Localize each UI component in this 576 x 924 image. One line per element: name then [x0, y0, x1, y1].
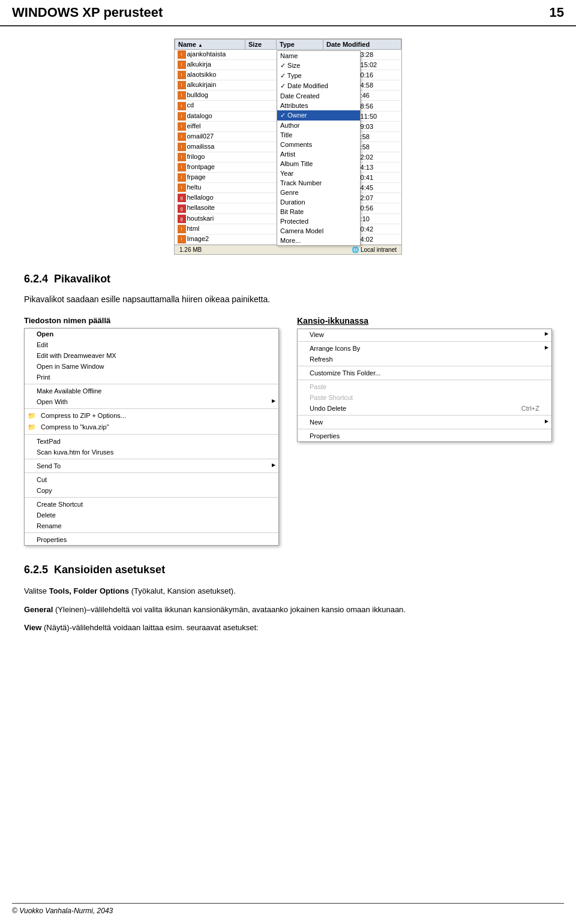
kansio-sep-5 — [298, 429, 551, 429]
menu-item-rename[interactable]: Rename — [25, 520, 278, 531]
menu-item-edit-dreamweaver[interactable]: Edit with Dreamweaver MX — [25, 350, 278, 361]
menu-item-compress-kuva[interactable]: 📁Compress to "kuva.zip" — [25, 422, 278, 433]
menu-item-compress-zip[interactable]: 📁Compress to ZIP + Options... — [25, 410, 278, 422]
kansio-sep-1 — [298, 341, 551, 342]
kansio-col-label: Kansio-ikkunassa — [297, 316, 552, 326]
menu-item-create-shortcut[interactable]: Create Shortcut — [25, 499, 278, 510]
section-624-title: 6.2.4 Pikavalikot — [24, 273, 552, 285]
menu-item-cut[interactable]: Cut — [25, 474, 278, 485]
status-bar: 1.26 MB 🌐 Local intranet — [175, 245, 401, 254]
menu-item-open-same-window[interactable]: Open in Same Window — [25, 361, 278, 372]
compress-kuva-icon: 📁 — [28, 423, 40, 431]
menu-item-view[interactable]: View — [298, 329, 551, 340]
page-footer: © Vuokko Vanhala-Nurmi, 2043 — [12, 903, 564, 915]
menu-item-properties-tiedosto[interactable]: Properties — [25, 534, 278, 545]
menu-item-copy[interactable]: Copy — [25, 485, 278, 496]
page-header: WINDOWS XP perusteet 15 — [0, 0, 576, 26]
separator-5 — [25, 472, 278, 473]
menu-item-make-available[interactable]: Make Available Offline — [25, 386, 278, 396]
menu-item-open[interactable]: Open — [25, 329, 278, 339]
menu-item-refresh[interactable]: Refresh — [298, 354, 551, 365]
menu-item-paste-shortcut[interactable]: Paste Shortcut — [298, 392, 551, 403]
separator-3 — [25, 434, 278, 435]
tiedosto-context-menu: Open Edit Edit with Dreamweaver MX Open … — [24, 328, 279, 546]
separator-7 — [25, 532, 278, 533]
compress-zip-icon: 📁 — [28, 412, 40, 420]
section-625-title: 6.2.5 Kansioiden asetukset — [24, 564, 552, 576]
copyright-text: © Vuokko Vanhala-Nurmi, 2043 — [12, 907, 113, 915]
kansio-context-menu: View Arrange Icons By Refresh Customize … — [297, 329, 552, 442]
separator-6 — [25, 497, 278, 498]
menu-item-new[interactable]: New — [298, 417, 551, 428]
kansio-sep-4 — [298, 415, 551, 416]
kansio-sep-3 — [298, 380, 551, 380]
menu-item-textpad[interactable]: TextPad — [25, 436, 278, 447]
main-content: Name ▲ Size Type Name ✓ Size ✓ Type ✓ Da… — [0, 32, 576, 652]
menu-item-open-with[interactable]: Open With — [25, 396, 278, 407]
kansio-menu-col: Kansio-ikkunassa View Arrange Icons By R… — [297, 316, 552, 442]
menu-item-paste[interactable]: Paste — [298, 381, 551, 392]
section-625-para2: General (Yleinen)–välilehdeltä voi valit… — [24, 604, 552, 616]
menu-item-customize-folder[interactable]: Customize This Folder... — [298, 368, 551, 378]
tiedosto-col-label: Tiedoston nimen päällä — [24, 316, 279, 325]
col-name[interactable]: Name ▲ — [175, 40, 245, 50]
page-title: WINDOWS XP perusteet — [12, 5, 163, 20]
section-624-intro: Pikavalikot saadaan esille napsauttamall… — [24, 294, 552, 304]
separator-1 — [25, 384, 278, 384]
context-menus-row: Tiedoston nimen päällä Open Edit Edit wi… — [24, 316, 552, 546]
explorer-window: Name ▲ Size Type Name ✓ Size ✓ Type ✓ Da… — [174, 38, 402, 255]
col-type[interactable]: Type Name ✓ Size ✓ Type ✓ Date Modified … — [277, 40, 323, 50]
file-size: 1.26 MB — [179, 246, 202, 253]
section-625-para3: View (Näytä)-välilehdeltä voidaan laitta… — [24, 622, 552, 634]
menu-item-edit[interactable]: Edit — [25, 339, 278, 350]
menu-item-arrange-icons[interactable]: Arrange Icons By — [298, 343, 551, 354]
menu-item-undo-delete[interactable]: Undo Delete Ctrl+Z — [298, 403, 551, 414]
page-number: 15 — [550, 5, 564, 20]
col-date[interactable]: Date Modified — [323, 40, 401, 50]
menu-item-delete[interactable]: Delete — [25, 510, 278, 520]
section-625-para1: Valitse Tools, Folder Options (Työkalut,… — [24, 585, 552, 598]
separator-2 — [25, 408, 278, 409]
menu-item-send-to[interactable]: Send To — [25, 461, 278, 471]
explorer-screenshot: Name ▲ Size Type Name ✓ Size ✓ Type ✓ Da… — [138, 38, 438, 255]
zone-indicator: 🌐 Local intranet — [352, 246, 397, 253]
menu-item-print[interactable]: Print — [25, 372, 278, 383]
col-size[interactable]: Size — [245, 40, 277, 50]
tiedosto-menu-col: Tiedoston nimen päällä Open Edit Edit wi… — [24, 316, 279, 546]
menu-item-scan-viruses[interactable]: Scan kuva.htm for Viruses — [25, 447, 278, 458]
file-list-table: Name ▲ Size Type Name ✓ Size ✓ Type ✓ Da… — [175, 39, 401, 245]
menu-item-properties-kansio[interactable]: Properties — [298, 431, 551, 441]
kansio-sep-2 — [298, 366, 551, 366]
separator-4 — [25, 459, 278, 459]
